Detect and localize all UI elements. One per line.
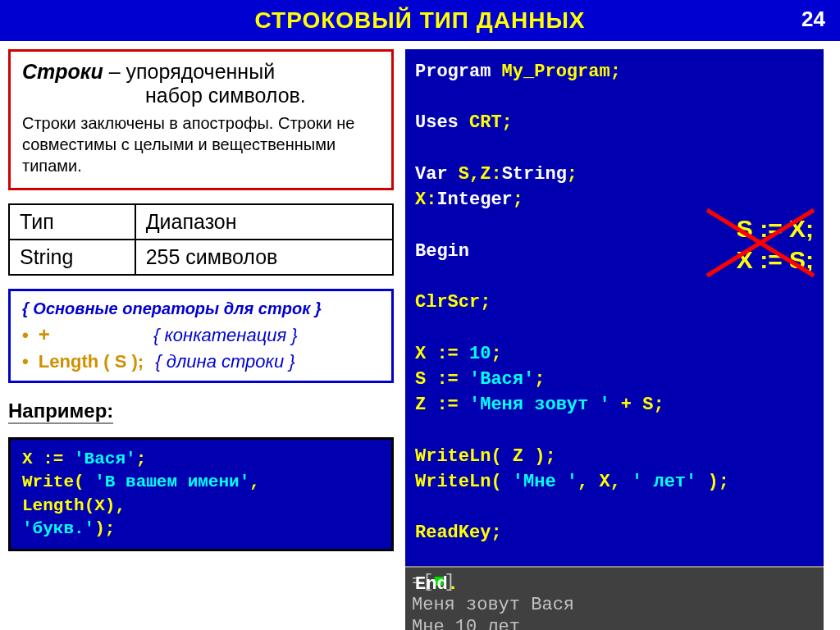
definition-line1: Строки – упорядоченный (22, 60, 380, 84)
content-area: Строки – упорядоченный набор символов. С… (0, 41, 840, 630)
bullet-icon: • (22, 325, 29, 345)
code-line: Write( 'В вашем имени', (22, 471, 380, 494)
operators-title: { Основные операторы для строк } (22, 299, 380, 318)
example-label: Например: (8, 399, 113, 424)
definition-l1-after: – упорядоченный (103, 60, 275, 83)
definition-line2: набор символов. (22, 84, 380, 107)
code-line: WriteLn( Z ); (415, 444, 819, 469)
bullet-icon: • (22, 351, 29, 372)
definition-term: Строки (22, 60, 103, 83)
page-number: 24 (801, 7, 825, 32)
code-line: Uses CRT; (415, 110, 819, 135)
code-line: Program My_Program; (415, 59, 819, 84)
code-line: Var S,Z:String; (415, 162, 819, 187)
page-title: СТРОКОВЫЙ ТИП ДАННЫХ (255, 7, 586, 34)
definition-box: Строки – упорядоченный набор символов. С… (8, 49, 394, 190)
code-line: X:Integer; (415, 187, 819, 212)
main-code-block: Program My_Program; Uses CRT; Var S,Z:St… (405, 49, 824, 566)
th-type: Тип (9, 204, 135, 240)
definition-note: Строки заключены в апострофы. Строки не … (22, 112, 380, 176)
operators-box: { Основные операторы для строк } • + { к… (8, 289, 394, 383)
error-line2: X := S; (737, 244, 814, 276)
code-line: End. (415, 572, 819, 597)
operator-comment: { конкатенация } (153, 325, 298, 345)
code-line: WriteLn( 'Мне ', X, ' лет' ); (415, 469, 819, 495)
page-header: СТРОКОВЫЙ ТИП ДАННЫХ 24 (0, 0, 840, 41)
error-line1: S := X; (737, 213, 814, 244)
td-range: 255 символов (135, 240, 393, 275)
example-code-block: X := 'Вася'; Write( 'В вашем имени', Len… (8, 437, 394, 551)
operator-length: Length ( S ); (39, 351, 144, 372)
operator-comment: { длина строки } (155, 351, 294, 372)
table-row: String 255 символов (9, 240, 393, 275)
code-line: X := 'Вася'; (22, 448, 380, 471)
code-line: ClrScr; (415, 290, 819, 315)
code-line: Length(X), (22, 495, 380, 518)
left-column: Строки – упорядоченный набор символов. С… (8, 49, 394, 630)
code-line: ReadKey; (415, 520, 819, 546)
code-line: X := 10; (415, 341, 819, 367)
right-column: Program My_Program; Uses CRT; Var S,Z:St… (405, 49, 824, 630)
th-range: Диапазон (135, 204, 393, 240)
operator-symbol: + (39, 323, 50, 345)
operator-item-2: • Length ( S ); { длина строки } (22, 351, 380, 372)
code-line: 'букв.'); (22, 518, 380, 541)
output-line2: Мне 10 лет (412, 616, 817, 630)
table-header-row: Тип Диапазон (9, 204, 393, 240)
type-table: Тип Диапазон String 255 символов (8, 203, 394, 276)
code-line: S := 'Вася'; (415, 367, 819, 392)
operator-item-1: • + { конкатенация } (22, 323, 380, 346)
td-type: String (9, 240, 135, 275)
code-line: Z := 'Меня зовут ' + S; (415, 392, 819, 418)
error-overlay: S := X; X := S; (737, 213, 814, 275)
